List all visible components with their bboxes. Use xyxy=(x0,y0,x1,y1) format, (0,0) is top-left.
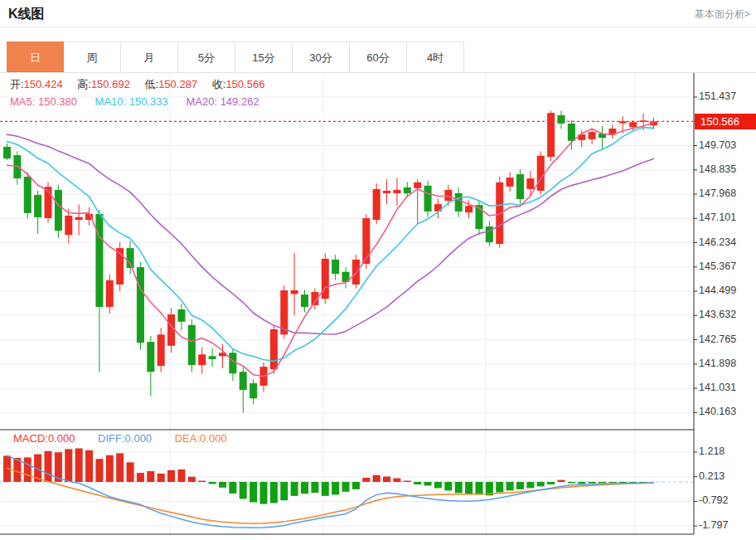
ma20-label: MA20: xyxy=(186,95,217,108)
y-axis-label: 1.218 xyxy=(699,445,724,457)
high-label: 高: xyxy=(77,78,91,90)
ohlc-readout: 开:150.424 高:150.692 低:150.287 收:150.566 xyxy=(10,77,276,92)
high-value: 150.692 xyxy=(91,78,130,90)
ma5-value: 150.380 xyxy=(38,95,77,108)
dea-value: 0.000 xyxy=(200,432,227,445)
y-axis-label: 0.213 xyxy=(699,470,724,482)
diff-label: DIFF: xyxy=(98,432,125,445)
open-value: 150.424 xyxy=(24,78,63,90)
open-label: 开: xyxy=(10,78,24,90)
low-label: 低: xyxy=(145,78,159,90)
y-axis-label: 144.499 xyxy=(699,285,736,296)
y-axis-label: 141.898 xyxy=(699,358,736,369)
ma10-value: 150.333 xyxy=(129,95,168,108)
y-axis-label: 147.101 xyxy=(699,212,736,223)
macd-label: MACD: xyxy=(13,432,48,445)
y-axis-label: 140.163 xyxy=(699,406,736,417)
y-axis-label: 148.835 xyxy=(699,163,736,175)
dea-label: DEA: xyxy=(175,432,200,445)
y-axis-label: 145.367 xyxy=(699,260,736,272)
y-axis-label: 143.632 xyxy=(699,309,736,320)
low-value: 150.287 xyxy=(158,78,197,90)
ma-legend: MA5: 150.380 MA10: 150.333 MA20: 149.262 xyxy=(10,95,274,108)
ma10-label: MA10: xyxy=(95,95,127,108)
ma20-value: 149.262 xyxy=(220,95,259,108)
current-price-tag: 150.566 xyxy=(695,114,756,129)
y-axis-label: 141.031 xyxy=(699,382,736,393)
y-axis-label: -1.797 xyxy=(699,519,728,531)
y-axis-label: 147.968 xyxy=(699,187,736,199)
y-axis-label: 149.703 xyxy=(699,139,736,151)
macd-legend: MACD:0.000 DIFF:0.000 DEA:0.000 xyxy=(13,432,247,445)
close-value: 150.566 xyxy=(225,78,264,90)
macd-value: 0.000 xyxy=(48,432,75,445)
y-axis-label: 142.765 xyxy=(699,333,736,345)
y-axis-label: 151.437 xyxy=(699,90,736,102)
ma5-label: MA5: xyxy=(10,95,35,108)
y-axis-label: -0.792 xyxy=(699,494,728,506)
diff-value: 0.000 xyxy=(125,432,153,445)
close-label: 收: xyxy=(212,78,226,90)
y-axis-label: 146.234 xyxy=(699,236,736,248)
